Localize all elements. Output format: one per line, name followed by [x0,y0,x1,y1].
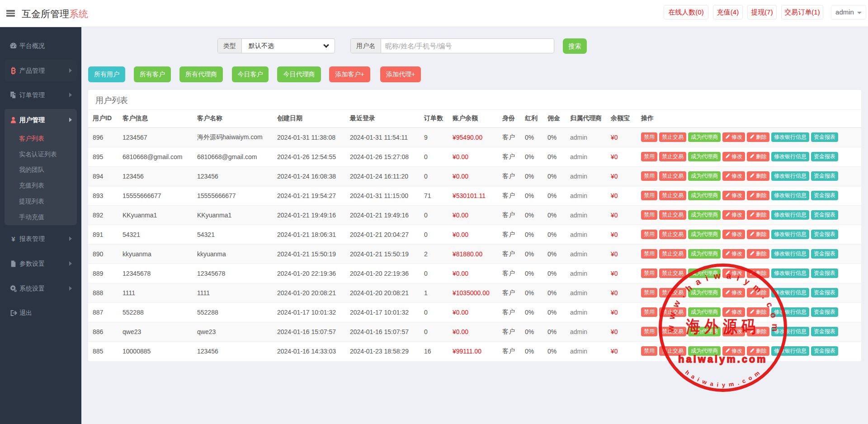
svg-text:海外源码: 海外源码 [686,317,760,336]
svg-text:haiwaiym.com: haiwaiym.com [678,354,767,365]
